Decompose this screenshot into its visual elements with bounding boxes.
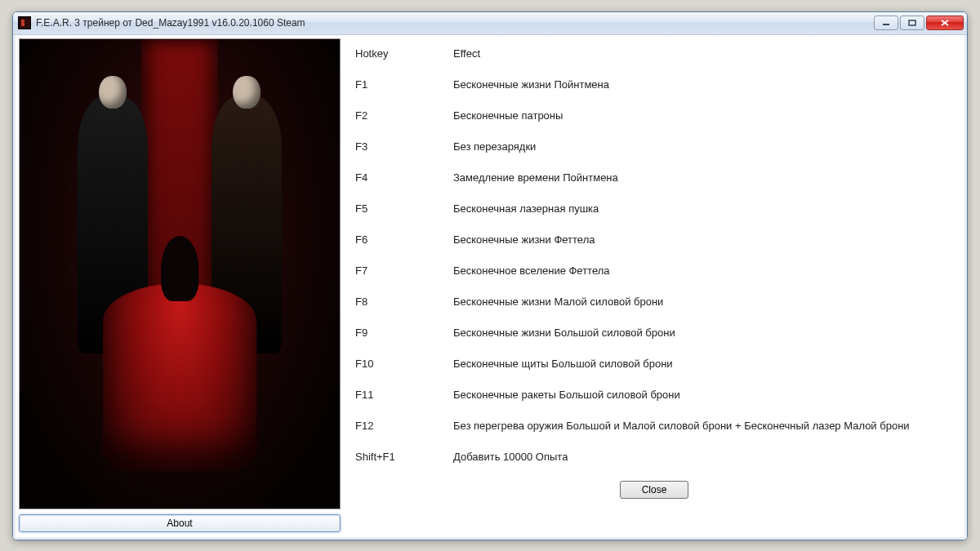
effect-cell: Бесконечные ракеты Большой силовой брони: [453, 389, 953, 401]
table-row: F1Бесконечные жизни Пойнтмена: [355, 74, 953, 105]
effect-cell: Бесконечное вселение Феттела: [453, 264, 953, 277]
about-button[interactable]: About: [19, 514, 341, 532]
app-icon: [18, 16, 31, 29]
minimize-icon: [882, 20, 890, 26]
close-icon: [941, 20, 949, 26]
table-row: F10Бесконечные щиты Большой силовой брон…: [355, 353, 953, 384]
maximize-icon: [908, 20, 916, 26]
maximize-button[interactable]: [900, 16, 924, 30]
footer: Close: [355, 478, 953, 500]
table-row: Shift+F1Добавить 10000 Опыта: [355, 447, 953, 478]
effect-cell: Бесконечные жизни Малой силовой брони: [453, 295, 953, 308]
hotkey-cell: F5: [355, 202, 453, 215]
hotkey-cell: F1: [355, 78, 453, 91]
table-row: F9Бесконечные жизни Большой силовой брон…: [355, 322, 953, 353]
game-artwork: [19, 38, 341, 509]
hotkey-cell: F7: [355, 264, 453, 277]
svg-rect-1: [909, 20, 915, 25]
hotkey-cell: F2: [355, 109, 453, 122]
hotkey-cell: F9: [355, 327, 453, 339]
titlebar[interactable]: F.E.A.R. 3 трейнер от Ded_Mazay1991 v16.…: [13, 12, 967, 35]
header-effect: Effect: [453, 47, 953, 60]
hotkey-cell: F8: [355, 295, 453, 308]
hotkey-cell: F10: [355, 358, 453, 370]
effect-cell: Бесконечные патроны: [453, 109, 953, 122]
table-row: F3Без перезарядки: [355, 136, 953, 167]
minimize-button[interactable]: [874, 16, 898, 30]
effect-cell: Бесконечная лазерная пушка: [453, 202, 953, 215]
app-window: F.E.A.R. 3 трейнер от Ded_Mazay1991 v16.…: [12, 11, 968, 540]
effect-cell: Добавить 10000 Опыта: [453, 451, 953, 463]
effect-cell: Замедление времени Пойнтмена: [453, 171, 953, 184]
close-button[interactable]: Close: [620, 481, 688, 499]
table-row: F8Бесконечные жизни Малой силовой брони: [355, 291, 953, 322]
right-pane: Hotkey Effect F1Бесконечные жизни Пойнтм…: [344, 35, 964, 537]
effect-cell: Бесконечные жизни Пойнтмена: [453, 78, 953, 91]
table-row: F12Без перегрева оружия Большой и Малой …: [355, 415, 953, 447]
hotkey-cell: F4: [355, 171, 453, 184]
table-row: F5Бесконечная лазерная пушка: [355, 198, 953, 229]
hotkey-cell: F6: [355, 233, 453, 246]
table-row: F4Замедление времени Пойнтмена: [355, 167, 953, 198]
table-row: F11Бесконечные ракеты Большой силовой бр…: [355, 384, 953, 415]
effect-cell: Без перегрева оружия Большой и Малой сил…: [453, 420, 953, 432]
table-row: F6Бесконечные жизни Феттела: [355, 229, 953, 260]
window-controls: [872, 16, 964, 30]
table-header: Hotkey Effect: [355, 43, 953, 74]
cheat-list: F1Бесконечные жизни ПойнтменаF2Бесконечн…: [355, 74, 953, 478]
hotkey-cell: F3: [355, 140, 453, 153]
hotkey-cell: F11: [355, 389, 453, 401]
close-window-button[interactable]: [926, 16, 964, 30]
table-row: F7Бесконечное вселение Феттела: [355, 260, 953, 291]
effect-cell: Бесконечные жизни Феттела: [453, 233, 953, 246]
window-title: F.E.A.R. 3 трейнер от Ded_Mazay1991 v16.…: [36, 17, 872, 29]
hotkey-cell: Shift+F1: [355, 451, 453, 463]
client-area: About Hotkey Effect F1Бесконечные жизни …: [13, 35, 967, 540]
table-row: F2Бесконечные патроны: [355, 105, 953, 136]
left-pane: About: [16, 35, 344, 537]
header-hotkey: Hotkey: [355, 47, 453, 60]
effect-cell: Без перезарядки: [453, 140, 953, 153]
effect-cell: Бесконечные щиты Большой силовой брони: [453, 358, 953, 370]
hotkey-cell: F12: [355, 420, 453, 432]
effect-cell: Бесконечные жизни Большой силовой брони: [453, 327, 953, 339]
